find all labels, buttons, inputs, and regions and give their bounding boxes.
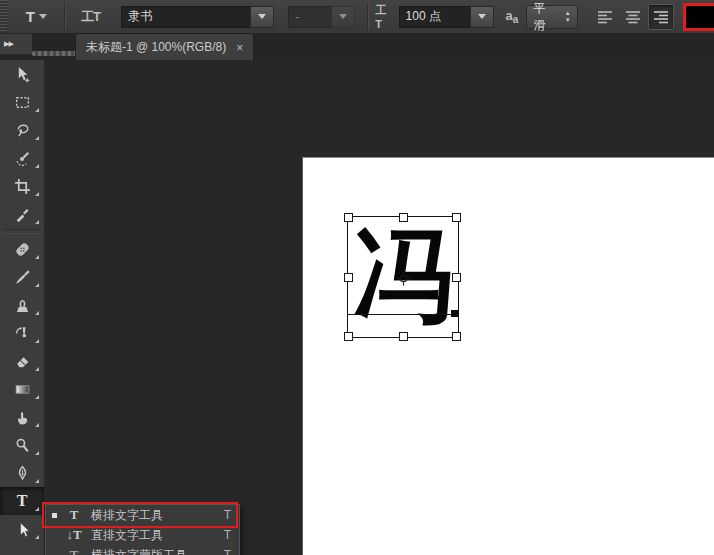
marquee-icon xyxy=(14,94,31,111)
dodge-tool[interactable] xyxy=(0,431,44,459)
menu-item-vertical-type-tool[interactable]: ↓T 直排文字工具 T xyxy=(46,525,239,545)
type-tool-icon: T xyxy=(17,492,28,510)
crop-tool[interactable] xyxy=(0,172,44,200)
direct-selection-tool[interactable] xyxy=(0,515,44,543)
transform-handle-top-center[interactable] xyxy=(399,213,408,222)
font-family-combo: 隶书 xyxy=(121,6,274,28)
anti-alias-select[interactable]: 平滑 ▲▼ xyxy=(526,5,577,29)
document-tab[interactable]: 未标题-1 @ 100%(RGB/8) × xyxy=(75,33,254,61)
font-family-input[interactable]: 隶书 xyxy=(121,6,250,28)
align-left-icon xyxy=(597,10,613,24)
clone-stamp-icon xyxy=(14,297,31,314)
align-right-icon xyxy=(653,10,669,24)
updown-arrows-icon: ▲▼ xyxy=(565,10,571,23)
close-tab-icon[interactable]: × xyxy=(236,41,243,55)
collapse-panel-button[interactable]: ▶▶ xyxy=(0,34,32,54)
eyedropper-icon xyxy=(14,206,31,223)
font-size-dropdown-button[interactable] xyxy=(470,6,494,28)
transform-handle-middle-right[interactable] xyxy=(452,273,461,282)
eraser-icon xyxy=(14,353,31,370)
vertical-type-icon: ↓T xyxy=(65,527,83,543)
transform-handle-middle-left[interactable] xyxy=(344,273,353,282)
type-options-bar: T 工T 隶书 - 工T 100 点 aa 平滑 ▲▼ xyxy=(0,0,714,34)
separator xyxy=(64,4,66,30)
healing-patch-icon xyxy=(14,241,31,258)
align-left-button[interactable] xyxy=(592,4,618,30)
menu-item-horizontal-type-tool[interactable]: T 横排文字工具 T xyxy=(46,505,239,525)
gradient-icon xyxy=(14,381,31,398)
horizontal-type-icon: T xyxy=(65,507,83,523)
chevron-down-icon xyxy=(39,14,47,19)
document-tab-title: 未标题-1 @ 100%(RGB/8) xyxy=(86,39,226,56)
current-tool-bullet-icon xyxy=(52,513,57,518)
smudge-finger-icon xyxy=(14,409,31,426)
tools-panel: T xyxy=(0,60,45,555)
pen-nib-icon xyxy=(14,465,31,482)
menu-item-horizontal-type-mask-tool[interactable]: T 横排文字蒙版工具 T xyxy=(46,545,239,555)
separator xyxy=(367,4,369,30)
quick-selection-tool[interactable] xyxy=(0,144,44,172)
align-center-icon xyxy=(625,10,641,24)
center-reference-point-icon xyxy=(396,271,411,286)
shortcut-key: T xyxy=(224,528,231,542)
eyedropper-tool[interactable] xyxy=(0,200,44,228)
shortcut-key: T xyxy=(224,548,231,555)
chevron-down-icon xyxy=(258,14,266,19)
lasso-icon xyxy=(14,122,31,139)
photoshop-window: T 工T 隶书 - 工T 100 点 aa 平滑 ▲▼ xyxy=(0,0,714,555)
align-center-button[interactable] xyxy=(620,4,646,30)
type-tool-flyout-menu: T 横排文字工具 T ↓T 直排文字工具 T T 横排文字蒙版工具 T xyxy=(45,504,240,555)
anti-alias-value: 平滑 xyxy=(533,0,556,34)
text-baseline xyxy=(348,314,458,315)
align-right-button[interactable] xyxy=(648,4,674,30)
spot-healing-brush-tool[interactable] xyxy=(0,235,44,263)
font-family-dropdown-button[interactable] xyxy=(250,6,274,28)
toolbox-separator xyxy=(3,229,41,234)
history-brush-tool[interactable] xyxy=(0,319,44,347)
chevron-down-icon xyxy=(478,14,486,19)
baseline-handle[interactable] xyxy=(451,310,458,317)
text-transform-bounding-box[interactable] xyxy=(347,216,459,338)
selection-arrow-icon xyxy=(14,521,31,538)
document-tab-bar: ▶▶ 未标题-1 @ 100%(RGB/8) × xyxy=(0,33,714,60)
transform-handle-top-right[interactable] xyxy=(452,213,461,222)
transform-handle-bottom-center[interactable] xyxy=(399,332,408,341)
font-size-icon: 工T xyxy=(375,3,390,30)
brush-tool[interactable] xyxy=(0,263,44,291)
tool-preset-picker[interactable]: T xyxy=(15,5,58,29)
brush-icon xyxy=(14,269,31,286)
double-arrow-icon: ▶▶ xyxy=(4,40,13,48)
eraser-tool[interactable] xyxy=(0,347,44,375)
transform-handle-top-left[interactable] xyxy=(344,213,353,222)
smudge-tool[interactable] xyxy=(0,403,44,431)
rectangular-marquee-tool[interactable] xyxy=(0,88,44,116)
crop-icon xyxy=(14,178,31,195)
font-size-input[interactable]: 100 点 xyxy=(399,6,470,28)
anti-alias-icon: aa xyxy=(506,8,519,25)
clone-stamp-tool[interactable] xyxy=(0,291,44,319)
font-style-combo: - xyxy=(288,6,355,28)
chevron-down-icon xyxy=(339,14,347,19)
quick-selection-icon xyxy=(14,150,31,167)
options-bar-grip[interactable] xyxy=(0,0,7,33)
dodge-lollipop-icon xyxy=(14,437,31,454)
font-size-combo: 100 点 xyxy=(399,6,494,28)
transform-handle-bottom-right[interactable] xyxy=(452,332,461,341)
lasso-tool[interactable] xyxy=(0,116,44,144)
transform-handle-bottom-left[interactable] xyxy=(344,332,353,341)
font-style-dropdown-button[interactable] xyxy=(331,6,355,28)
pen-tool[interactable] xyxy=(0,459,44,487)
type-tool[interactable]: T xyxy=(0,487,44,515)
text-orientation-icon: 工T xyxy=(81,8,100,26)
type-tool-preset-icon: T xyxy=(26,8,35,25)
paragraph-alignment-group xyxy=(592,4,674,30)
shortcut-key: T xyxy=(224,508,231,522)
move-icon xyxy=(14,66,31,83)
toggle-text-orientation-button[interactable]: 工T xyxy=(72,5,109,29)
gradient-tool[interactable] xyxy=(0,375,44,403)
text-color-swatch[interactable] xyxy=(686,6,714,28)
history-brush-icon xyxy=(14,325,31,342)
move-tool[interactable] xyxy=(0,60,44,88)
font-style-input[interactable]: - xyxy=(288,6,331,28)
type-mask-icon: T xyxy=(65,547,83,555)
